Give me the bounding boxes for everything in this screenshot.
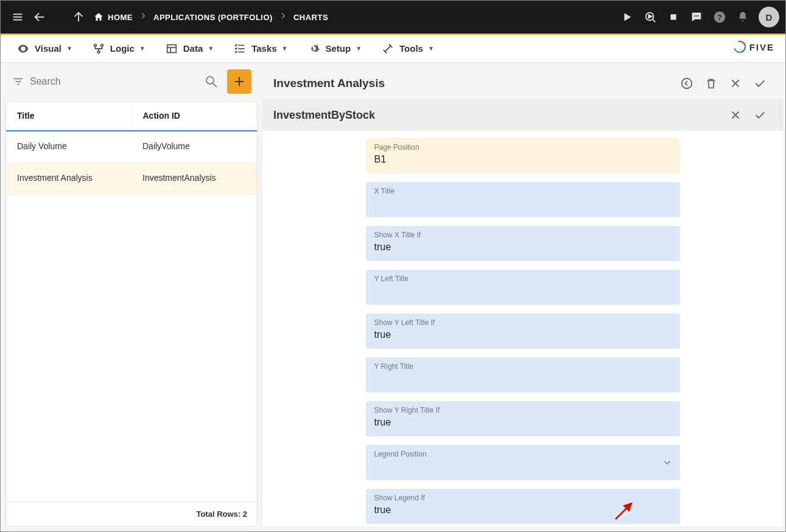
inspect-icon[interactable]: [639, 6, 661, 28]
field-label: Y Left Title: [374, 275, 672, 283]
menu-label: Visual: [35, 43, 61, 54]
list-footer: Total Rows: 2: [6, 502, 257, 526]
gear-icon: [307, 42, 320, 55]
logo-text: FIVE: [749, 42, 774, 52]
tasks-icon: [233, 42, 247, 55]
menu-label: Tasks: [251, 43, 276, 54]
filter-icon[interactable]: [12, 75, 25, 88]
field-value: true: [374, 505, 672, 516]
logic-icon: [92, 42, 105, 55]
menu-setup[interactable]: Setup ▼: [297, 42, 371, 55]
field-value: B1: [374, 154, 672, 165]
menu-label: Setup: [325, 43, 351, 54]
field-label: Legend Position: [374, 450, 672, 458]
column-title[interactable]: Title: [6, 102, 132, 130]
field-label: X Title: [374, 187, 672, 195]
cell-action-id: InvestmentAnalysis: [132, 163, 257, 194]
search-icon[interactable]: [204, 74, 219, 89]
column-action-id[interactable]: Action ID: [132, 102, 258, 130]
right-panel: Investment Analysis InvestmentByStock: [262, 63, 785, 531]
svg-text:?: ?: [717, 13, 721, 22]
svg-point-15: [94, 44, 96, 46]
menu-label: Logic: [110, 43, 135, 54]
avatar[interactable]: D: [759, 7, 779, 27]
total-rows: Total Rows: 2: [196, 509, 247, 519]
chevron-down-icon: [662, 457, 673, 471]
search-row: [5, 68, 258, 96]
menu-tools[interactable]: Tools ▼: [371, 42, 444, 55]
detail-title: Investment Analysis: [273, 77, 675, 90]
stop-icon[interactable]: [662, 6, 684, 28]
left-panel: Title Action ID Daily Volume DailyVolume…: [1, 63, 262, 531]
menu-tasks[interactable]: Tasks ▼: [223, 42, 297, 55]
list-row[interactable]: Daily Volume DailyVolume: [6, 131, 257, 163]
topbar-actions: ? D: [616, 6, 779, 28]
trash-icon[interactable]: [699, 71, 723, 96]
breadcrumb-home[interactable]: HOME: [89, 12, 136, 23]
field-y-right-title[interactable]: Y Right Title: [366, 357, 680, 393]
cell-action-id: DailyVolume: [132, 131, 257, 163]
close-icon[interactable]: [723, 103, 748, 127]
svg-line-28: [213, 83, 217, 87]
check-icon[interactable]: [748, 71, 772, 96]
svg-point-31: [682, 79, 692, 89]
chevron-down-icon: ▼: [428, 45, 434, 52]
field-show-x-title-if[interactable]: Show X Title If true: [366, 226, 680, 261]
field-label: Y Right Title: [374, 362, 672, 371]
list-body: Daily Volume DailyVolume Investment Anal…: [6, 131, 257, 502]
search-input[interactable]: [30, 76, 199, 87]
help-icon[interactable]: ?: [709, 6, 731, 28]
svg-point-11: [696, 15, 697, 16]
play-icon[interactable]: [616, 6, 638, 28]
field-show-y-left-title-if[interactable]: Show Y Left Title If true: [366, 313, 680, 349]
sub-header: InvestmentByStock: [262, 99, 783, 131]
list-header: Title Action ID: [6, 102, 257, 131]
logo-swirl-icon: [731, 38, 748, 55]
svg-point-17: [97, 51, 100, 53]
back-circle-icon[interactable]: [675, 71, 699, 96]
bell-icon[interactable]: [732, 6, 754, 28]
field-label: Show X Title If: [374, 231, 672, 239]
chevron-down-icon: ▼: [139, 45, 146, 52]
add-button[interactable]: [227, 69, 251, 94]
menu-icon[interactable]: [7, 6, 29, 28]
chevron-down-icon: ▼: [356, 45, 362, 52]
sub-title: InvestmentByStock: [273, 109, 723, 122]
menu-logic[interactable]: Logic ▼: [82, 42, 155, 55]
field-value: true: [374, 242, 672, 253]
check-icon[interactable]: [748, 103, 772, 127]
detail-header: Investment Analysis: [262, 68, 783, 99]
chevron-right-icon: [139, 12, 147, 23]
field-value: true: [374, 417, 672, 428]
cell-title: Daily Volume: [6, 131, 132, 163]
list-row[interactable]: Investment Analysis InvestmentAnalysis: [6, 163, 257, 195]
logo: FIVE: [734, 41, 774, 53]
back-icon[interactable]: [29, 6, 51, 28]
chevron-right-icon: [279, 12, 287, 23]
field-show-legend-if[interactable]: Show Legend If true: [366, 489, 680, 524]
chevron-down-icon: ▼: [282, 45, 288, 52]
menubar: Visual ▼ Logic ▼ Data ▼ Tasks ▼ Setup ▼ …: [1, 35, 785, 63]
field-value: true: [374, 329, 672, 340]
menu-visual[interactable]: Visual ▼: [7, 42, 82, 55]
svg-point-16: [100, 44, 103, 46]
svg-point-27: [206, 77, 214, 84]
up-icon[interactable]: [68, 6, 89, 28]
breadcrumb-label: HOME: [108, 13, 133, 22]
field-legend-position[interactable]: Legend Position: [366, 445, 680, 480]
cell-title: Investment Analysis: [6, 163, 132, 194]
field-y-left-title[interactable]: Y Left Title: [366, 270, 680, 305]
chat-icon[interactable]: [686, 6, 707, 28]
breadcrumb-charts[interactable]: CHARTS: [290, 13, 332, 22]
form-scroll[interactable]: Page Position B1 X Title Show X Title If…: [262, 131, 783, 527]
breadcrumb-applications[interactable]: APPLICATIONS (PORTFOLIO): [150, 13, 276, 22]
svg-marker-5: [624, 13, 631, 21]
menu-data[interactable]: Data ▼: [155, 42, 223, 55]
field-label: Page Position: [374, 143, 672, 152]
field-page-position[interactable]: Page Position B1: [366, 138, 680, 173]
field-x-title[interactable]: X Title: [366, 182, 680, 217]
svg-point-12: [698, 15, 699, 16]
field-show-y-right-title-if[interactable]: Show Y Right Title If true: [366, 401, 680, 436]
field-label: Show Y Right Title If: [374, 406, 672, 415]
close-icon[interactable]: [723, 71, 748, 96]
